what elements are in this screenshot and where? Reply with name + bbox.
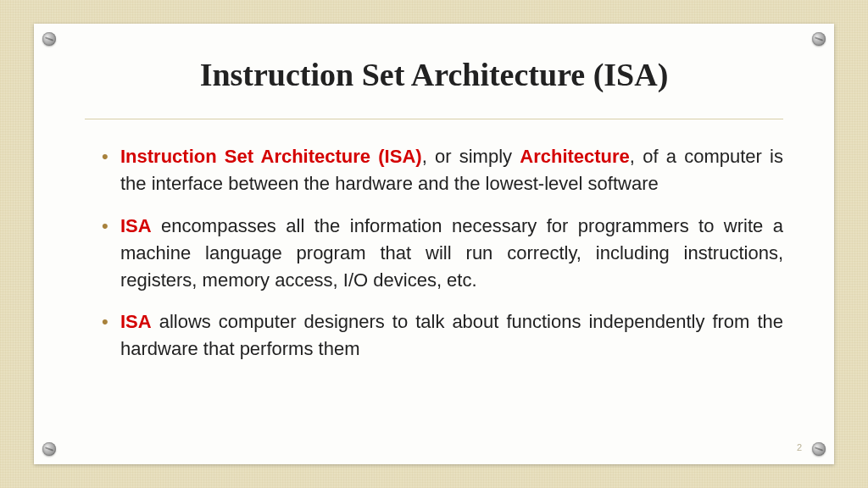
emphasis-text: ISA	[120, 215, 152, 236]
screw-icon	[42, 442, 56, 456]
slide: Instruction Set Architecture (ISA) Instr…	[34, 24, 834, 464]
body-text: encompasses all the information necessar…	[120, 215, 783, 291]
page-number: 2	[797, 442, 802, 452]
body-text: , or simply	[422, 146, 520, 167]
emphasis-text: Architecture	[520, 146, 630, 167]
screw-icon	[812, 32, 826, 46]
bullet-item: ISA allows computer designers to talk ab…	[102, 308, 783, 363]
body-text: allows computer designers to talk about …	[120, 311, 783, 359]
screw-icon	[812, 442, 826, 456]
divider	[85, 119, 783, 119]
emphasis-text: Instruction Set Architecture (ISA)	[120, 146, 422, 167]
screw-icon	[42, 32, 56, 46]
bullet-item: ISA encompasses all the information nece…	[102, 213, 783, 294]
slide-title: Instruction Set Architecture (ISA)	[85, 56, 783, 93]
bullet-item: Instruction Set Architecture (ISA), or s…	[102, 143, 783, 197]
bullet-list: Instruction Set Architecture (ISA), or s…	[85, 143, 783, 363]
emphasis-text: ISA	[120, 311, 152, 332]
